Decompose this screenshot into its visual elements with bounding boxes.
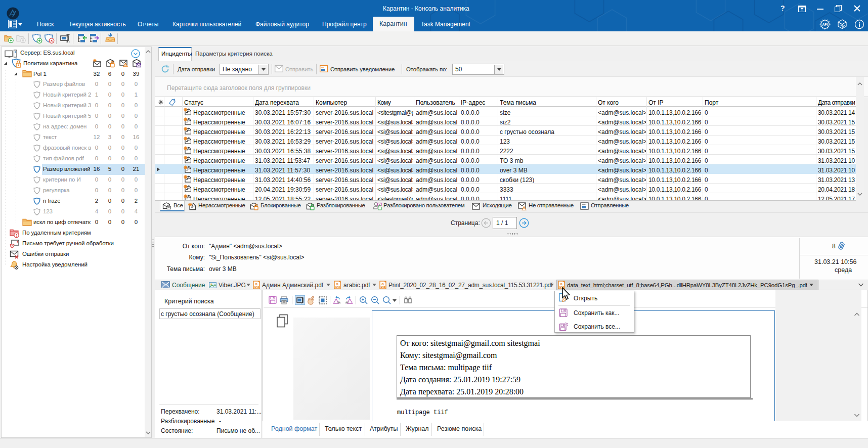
svg-text:PDF: PDF [254,286,258,288]
svg-text:G: G [255,283,257,286]
svg-text:G: G [381,283,384,286]
svg-text:PDF: PDF [380,286,385,288]
svg-text:G: G [560,283,562,286]
svg-text:PDF: PDF [335,286,339,288]
svg-text:G: G [336,283,338,286]
svg-text:API: API [822,23,828,26]
